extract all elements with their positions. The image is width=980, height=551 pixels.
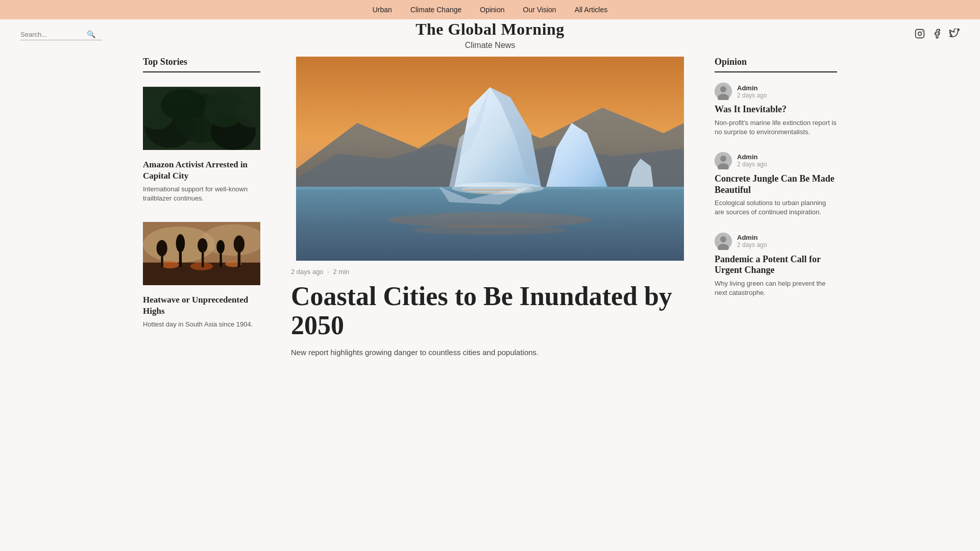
opinion-date-was-it-inevitable: 2 days ago xyxy=(737,92,767,99)
amazon-story-image xyxy=(143,83,260,154)
opinion-title-concrete-jungle: Concrete Jungle Can Be Made Beautiful xyxy=(715,173,837,195)
svg-point-1 xyxy=(918,32,922,36)
amazon-story-title: Amazon Activist Arrested in Capital City xyxy=(143,159,260,182)
svg-point-37 xyxy=(413,225,567,235)
main-container: Top Stories Amazon Activist Ar xyxy=(122,46,857,369)
opinion-avatar-was-it-inevitable xyxy=(715,83,732,100)
svg-point-28 xyxy=(216,240,225,254)
story-card-heatwave[interactable]: Heatwave or Unprecedented Highs Hottest … xyxy=(143,218,260,329)
article-meta: 2 days ago · 2 min xyxy=(291,268,689,276)
svg-point-55 xyxy=(720,156,726,162)
header-center: The Global Morning Climate News xyxy=(415,20,565,50)
svg-rect-0 xyxy=(916,30,924,38)
main-content: 2 days ago · 2 min Coastal Cities to Be … xyxy=(276,57,704,359)
top-nav: UrbanClimate ChangeOpinionOur VisionAll … xyxy=(0,0,980,19)
article-summary: New report highlights growing danger to … xyxy=(291,347,689,359)
svg-point-47 xyxy=(357,212,439,217)
svg-point-26 xyxy=(198,238,207,252)
search-bar[interactable]: 🔍 xyxy=(20,30,102,40)
svg-rect-49 xyxy=(464,189,516,191)
main-article-image xyxy=(291,57,689,261)
article-read-time: 2 min xyxy=(333,268,349,276)
site-title: The Global Morning xyxy=(415,20,565,39)
svg-point-18 xyxy=(161,261,179,268)
search-input[interactable] xyxy=(20,31,87,38)
top-stories-heading: Top Stories xyxy=(143,57,260,72)
twitter-icon[interactable] xyxy=(949,29,960,41)
site-header: 🔍 The Global Morning Climate News xyxy=(0,19,980,46)
opinion-title-pandemic: Pandemic a Potent Call for Urgent Change xyxy=(715,254,837,276)
svg-point-9 xyxy=(161,89,206,121)
social-links xyxy=(915,29,960,41)
nav-item-climate-change[interactable]: Climate Change xyxy=(410,6,461,14)
article-title: Coastal Cities to Be Inundated by 2050 xyxy=(291,282,689,340)
opinion-meta-text-was-it-inevitable: Admin 2 days ago xyxy=(737,84,767,99)
opinion-author-concrete-jungle: Admin xyxy=(737,153,767,161)
site-subtitle: Climate News xyxy=(415,41,565,50)
main-article-image-wrapper xyxy=(291,57,689,261)
opinion-date-concrete-jungle: 2 days ago xyxy=(737,161,767,168)
nav-item-our-vision[interactable]: Our Vision xyxy=(523,6,556,14)
opinion-author-pandemic: Admin xyxy=(737,234,767,241)
instagram-icon[interactable] xyxy=(915,29,925,41)
article-separator: · xyxy=(327,268,329,276)
opinion-meta-concrete-jungle: Admin 2 days ago xyxy=(715,152,837,169)
opinion-desc-concrete-jungle: Ecological solutions to urban planning a… xyxy=(715,198,837,217)
opinion-date-pandemic: 2 days ago xyxy=(737,241,767,248)
svg-point-52 xyxy=(720,86,726,92)
opinion-desc-pandemic: Why living green can help prevent the ne… xyxy=(715,279,837,297)
nav-item-all-articles[interactable]: All Articles xyxy=(575,6,608,14)
opinion-avatar-pandemic xyxy=(715,233,732,250)
opinion-title-was-it-inevitable: Was It Inevitable? xyxy=(715,104,837,115)
opinion-card-was-it-inevitable[interactable]: Admin 2 days ago Was It Inevitable? Non-… xyxy=(715,83,837,137)
opinion-meta-pandemic: Admin 2 days ago xyxy=(715,233,837,250)
svg-point-22 xyxy=(157,240,167,256)
facebook-icon[interactable] xyxy=(932,29,942,41)
heatwave-story-title: Heatwave or Unprecedented Highs xyxy=(143,294,260,317)
svg-point-30 xyxy=(234,235,244,253)
opinion-heading: Opinion xyxy=(715,57,837,72)
opinion-card-concrete-jungle[interactable]: Admin 2 days ago Concrete Jungle Can Be … xyxy=(715,152,837,217)
opinion-desc-was-it-inevitable: Non-profit's marine life extinction repo… xyxy=(715,118,837,137)
svg-rect-50 xyxy=(475,192,510,193)
opinion-meta-text-concrete-jungle: Admin 2 days ago xyxy=(737,153,767,168)
story-card-amazon[interactable]: Amazon Activist Arrested in Capital City… xyxy=(143,83,260,204)
sidebar-left: Top Stories Amazon Activist Ar xyxy=(143,57,276,359)
amazon-story-desc: International support for well-known tra… xyxy=(143,185,260,203)
nav-item-opinion[interactable]: Opinion xyxy=(480,6,504,14)
heatwave-story-image xyxy=(143,218,260,289)
svg-point-58 xyxy=(720,236,726,242)
opinion-author-was-it-inevitable: Admin xyxy=(737,84,767,92)
sidebar-right: Opinion Admin 2 days ago Was It Inevitab… xyxy=(704,57,837,359)
opinion-meta-text-pandemic: Admin 2 days ago xyxy=(737,234,767,248)
search-icon[interactable]: 🔍 xyxy=(87,30,95,39)
opinion-avatar-concrete-jungle xyxy=(715,152,732,169)
svg-point-24 xyxy=(176,234,185,252)
article-time: 2 days ago xyxy=(291,268,324,276)
svg-point-48 xyxy=(561,223,623,227)
heatwave-story-desc: Hottest day in South Asia since 1904. xyxy=(143,320,260,329)
opinion-card-pandemic[interactable]: Admin 2 days ago Pandemic a Potent Call … xyxy=(715,233,837,298)
opinion-cards: Admin 2 days ago Was It Inevitable? Non-… xyxy=(715,83,837,297)
opinion-meta-was-it-inevitable: Admin 2 days ago xyxy=(715,83,837,100)
svg-point-2 xyxy=(922,31,923,32)
nav-item-urban[interactable]: Urban xyxy=(373,6,392,14)
